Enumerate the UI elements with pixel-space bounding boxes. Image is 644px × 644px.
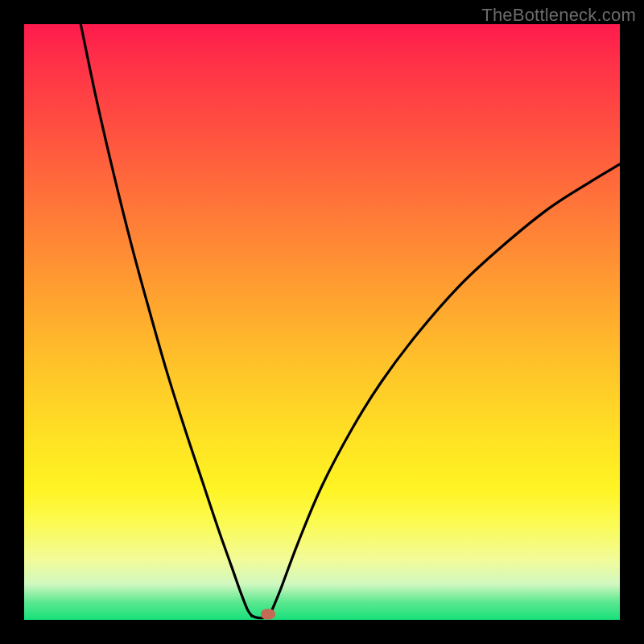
- watermark-text: TheBottleneck.com: [481, 5, 636, 26]
- bottleneck-curve: [24, 24, 620, 620]
- chart-frame: TheBottleneck.com: [0, 0, 644, 644]
- plot-area: [24, 24, 620, 620]
- optimum-marker: [261, 609, 275, 620]
